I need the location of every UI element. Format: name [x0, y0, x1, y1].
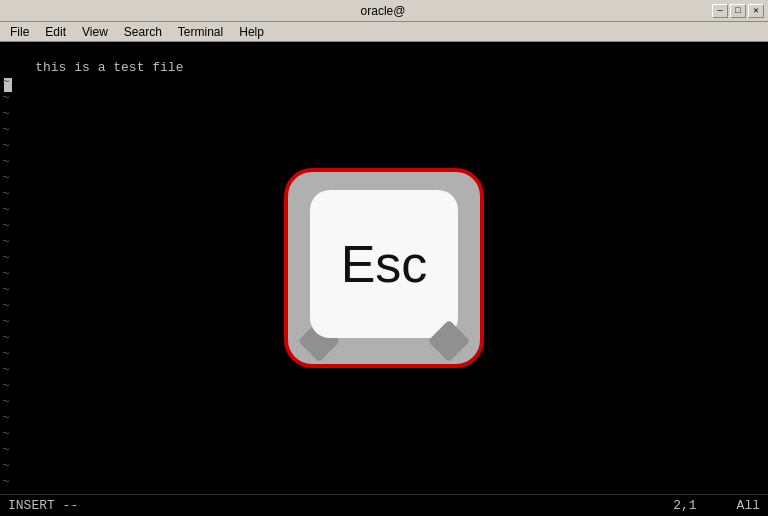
tilde-line: ~: [2, 426, 10, 442]
window-title: oracle@: [54, 4, 712, 18]
close-button[interactable]: ✕: [748, 4, 764, 18]
tilde-line: ~: [2, 442, 10, 458]
minimize-button[interactable]: —: [712, 4, 728, 18]
tilde-line: ~: [2, 250, 10, 266]
maximize-button[interactable]: □: [730, 4, 746, 18]
menu-edit[interactable]: Edit: [37, 22, 74, 41]
tilde-line: ~: [2, 74, 10, 90]
tilde-line: ~: [2, 474, 10, 490]
tilde-line: ~: [2, 218, 10, 234]
status-bar: INSERT -- 2,1 All: [0, 494, 768, 516]
scroll-position: All: [737, 498, 760, 513]
menu-search[interactable]: Search: [116, 22, 170, 41]
tilde-line: ~: [2, 106, 10, 122]
tilde-line: ~: [2, 314, 10, 330]
window-controls[interactable]: — □ ✕: [712, 4, 764, 18]
tilde-line: ~: [2, 330, 10, 346]
tilde-line: ~: [2, 458, 10, 474]
tilde-line: ~: [2, 138, 10, 154]
esc-key-overlay: Esc: [284, 168, 484, 368]
esc-key-label: Esc: [341, 234, 428, 294]
terminal-area[interactable]: this is a test file ~~~~~~~~~~~~~~~~~~~~…: [0, 42, 768, 494]
tilde-line: ~: [2, 186, 10, 202]
tilde-line: ~: [2, 298, 10, 314]
tilde-line: ~: [2, 154, 10, 170]
menu-view[interactable]: View: [74, 22, 116, 41]
status-right: 2,1 All: [673, 498, 760, 513]
menu-bar: File Edit View Search Terminal Help: [0, 22, 768, 42]
terminal-text: this is a test file: [0, 42, 187, 110]
cursor-position: 2,1: [673, 498, 696, 513]
menu-terminal[interactable]: Terminal: [170, 22, 231, 41]
tilde-line: ~: [2, 362, 10, 378]
tilde-line: ~: [2, 378, 10, 394]
tilde-line: ~: [2, 202, 10, 218]
tilde-lines: ~~~~~~~~~~~~~~~~~~~~~~~~~~: [0, 74, 10, 490]
tilde-line: ~: [2, 234, 10, 250]
tilde-line: ~: [2, 266, 10, 282]
tilde-line: ~: [2, 90, 10, 106]
tilde-line: ~: [2, 394, 10, 410]
insert-mode-indicator: INSERT --: [8, 498, 78, 513]
tilde-line: ~: [2, 170, 10, 186]
esc-key: Esc: [284, 168, 484, 368]
menu-help[interactable]: Help: [231, 22, 272, 41]
esc-key-face: Esc: [310, 190, 458, 338]
menu-file[interactable]: File: [2, 22, 37, 41]
tilde-line: ~: [2, 122, 10, 138]
terminal-line1: this is a test file: [35, 60, 183, 75]
tilde-line: ~: [2, 346, 10, 362]
tilde-line: ~: [2, 282, 10, 298]
tilde-line: ~: [2, 410, 10, 426]
title-bar: oracle@ — □ ✕: [0, 0, 768, 22]
